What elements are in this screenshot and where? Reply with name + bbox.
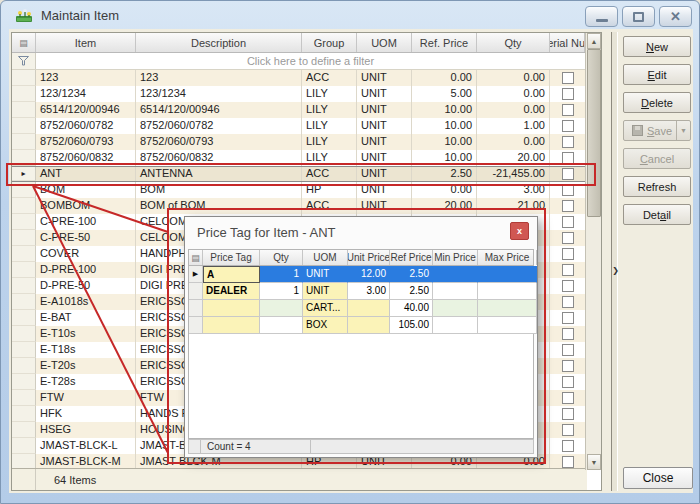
column-header-qty[interactable]: Qty: [477, 33, 550, 52]
filter-hint[interactable]: Click here to define a filter: [36, 53, 585, 69]
serial-checkbox[interactable]: [562, 168, 574, 180]
cell-item: E-T28s: [36, 374, 136, 390]
price-tag-row[interactable]: DEALER1UNIT3.002.50: [189, 283, 533, 300]
close-button[interactable]: Close: [623, 467, 693, 489]
new-button[interactable]: New: [623, 36, 691, 57]
serial-checkbox[interactable]: [562, 280, 574, 292]
grid-corner[interactable]: ▤: [12, 33, 36, 52]
row-indicator: [12, 374, 36, 390]
pt-corner[interactable]: ▤: [189, 250, 203, 265]
table-row[interactable]: 123/1234123/1234LILYUNIT5.000.00: [12, 86, 587, 102]
serial-checkbox[interactable]: [562, 200, 574, 212]
cell-ref-price: 20.00: [412, 198, 477, 214]
serial-checkbox[interactable]: [562, 408, 574, 420]
column-header-serial[interactable]: Serial Nu...: [550, 33, 585, 52]
table-row[interactable]: 123123ACCUNIT0.000.00: [12, 70, 587, 86]
vertical-scrollbar[interactable]: ▲ ▼: [585, 33, 601, 470]
status-segment: [189, 440, 201, 453]
table-row[interactable]: 8752/060/07938752/060/0793LILYUNIT10.000…: [12, 134, 587, 150]
serial-checkbox[interactable]: [562, 456, 574, 468]
serial-checkbox[interactable]: [562, 392, 574, 404]
window-title: Maintain Item: [41, 8, 119, 23]
serial-checkbox[interactable]: [562, 360, 574, 372]
close-window-button[interactable]: ✕: [659, 6, 692, 27]
table-row[interactable]: 6514/120/009466514/120/00946LILYUNIT10.0…: [12, 102, 587, 118]
minimize-button[interactable]: [585, 6, 618, 27]
row-indicator: [12, 214, 36, 230]
delete-button[interactable]: Delete: [623, 92, 691, 113]
serial-checkbox[interactable]: [562, 376, 574, 388]
cell-serial: [550, 246, 585, 262]
serial-checkbox[interactable]: [562, 152, 574, 164]
scrollbar-thumb[interactable]: [587, 49, 601, 217]
detail-button[interactable]: Detail: [623, 204, 691, 225]
cell-description: 8752/060/0793: [136, 134, 302, 150]
column-header-ref-price[interactable]: Ref Price: [390, 250, 433, 265]
cell-description: 6514/120/00946: [136, 102, 302, 118]
edit-button[interactable]: Edit: [623, 64, 691, 85]
column-header-max-price[interactable]: Max Price: [478, 250, 537, 265]
cell-uom: UNIT: [357, 134, 412, 150]
row-indicator: [12, 342, 36, 358]
cell-ref-price: 10.00: [412, 118, 477, 134]
cell-item: COVER: [36, 246, 136, 262]
column-header-ref-price[interactable]: Ref. Price: [412, 33, 477, 52]
table-row[interactable]: BOMBOMHPUNIT0.003.00: [12, 182, 587, 198]
column-header-item[interactable]: Item: [36, 33, 136, 52]
serial-checkbox[interactable]: [562, 88, 574, 100]
serial-checkbox[interactable]: [562, 248, 574, 260]
column-header-uom[interactable]: UOM: [357, 33, 412, 52]
serial-checkbox[interactable]: [562, 232, 574, 244]
serial-checkbox[interactable]: [562, 312, 574, 324]
price-tag-row[interactable]: ▶A1UNIT12.002.50: [189, 266, 533, 283]
refresh-button[interactable]: Refresh: [623, 176, 691, 197]
serial-checkbox[interactable]: [562, 296, 574, 308]
cancel-button[interactable]: Cancel: [623, 148, 691, 169]
row-indicator: [12, 230, 36, 246]
chevron-up-icon: ▲: [591, 38, 598, 45]
price-tag-grid: ▤ Price Tag Qty UOM Unit Price Ref Price…: [188, 249, 534, 439]
scroll-down-button[interactable]: ▼: [587, 454, 601, 470]
scroll-up-button[interactable]: ▲: [587, 33, 601, 49]
cell-qty: 0.00: [477, 86, 550, 102]
column-header-pt-qty[interactable]: Qty: [260, 250, 303, 265]
column-header-min-price[interactable]: Min Price: [433, 250, 478, 265]
splitter-expand-arrow[interactable]: ❯: [612, 263, 619, 277]
cell-ref-price: 10.00: [412, 134, 477, 150]
serial-checkbox[interactable]: [562, 120, 574, 132]
price-tag-row[interactable]: BOX105.00: [189, 317, 533, 334]
table-row[interactable]: ▸ANTANTENNAACCUNIT2.50-21,455.00: [12, 166, 587, 182]
cell-serial: [550, 326, 585, 342]
panel-splitter[interactable]: ❯: [611, 32, 618, 491]
column-header-description[interactable]: Description: [136, 33, 302, 52]
maximize-button[interactable]: [622, 6, 655, 27]
serial-checkbox[interactable]: [562, 104, 574, 116]
cell-uom: UNIT: [357, 198, 412, 214]
record-count: Count = 4: [201, 440, 311, 453]
table-row[interactable]: 8752/060/08328752/060/0832LILYUNIT10.002…: [12, 150, 587, 166]
table-row[interactable]: 8752/060/07828752/060/0782LILYUNIT10.001…: [12, 118, 587, 134]
save-dropdown-arrow[interactable]: ▼: [676, 121, 690, 140]
titlebar: Maintain Item ✕: [1, 1, 699, 29]
serial-checkbox[interactable]: [562, 424, 574, 436]
serial-checkbox[interactable]: [562, 216, 574, 228]
serial-checkbox[interactable]: [562, 72, 574, 84]
column-header-group[interactable]: Group: [302, 33, 357, 52]
serial-checkbox[interactable]: [562, 264, 574, 276]
filter-row[interactable]: Click here to define a filter: [12, 53, 601, 70]
column-header-unit-price[interactable]: Unit Price: [348, 250, 390, 265]
serial-checkbox[interactable]: [562, 136, 574, 148]
table-row[interactable]: BOMBOMBOM of BOMACCUNIT20.0021.00: [12, 198, 587, 214]
dialog-close-button[interactable]: x: [510, 222, 529, 240]
price-tag-row[interactable]: CART...40.00: [189, 300, 533, 317]
cell-item: HSEG: [36, 422, 136, 438]
column-header-price-tag[interactable]: Price Tag: [203, 250, 260, 265]
save-button[interactable]: Save▼: [623, 120, 691, 141]
serial-checkbox[interactable]: [562, 440, 574, 452]
serial-checkbox[interactable]: [562, 328, 574, 340]
serial-checkbox[interactable]: [562, 344, 574, 356]
serial-checkbox[interactable]: [562, 184, 574, 196]
column-header-pt-uom[interactable]: UOM: [303, 250, 348, 265]
row-indicator: [12, 198, 36, 214]
button-label: Cancel: [640, 153, 674, 165]
